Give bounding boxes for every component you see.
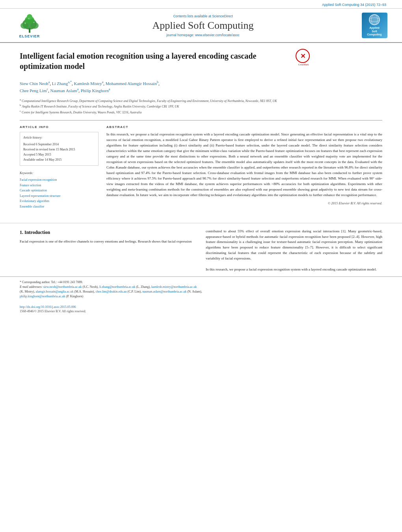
email-link-5[interactable]: chee.lim@deakin.edu.au [95,290,127,293]
elsevier-logo: ELSEVIER [12,13,47,38]
svg-point-5 [27,14,32,20]
article-title: Intelligent facial emotion recognition u… [20,51,296,71]
contents-label: Contents lists available at [173,14,211,18]
keyword-6: Ensemble classifier [20,204,99,209]
homepage-link[interactable]: www.elsevier.com/locate/asoc [195,33,240,37]
keyword-2: Feature selection [20,183,99,188]
keyword-5: Evolutionary algorithm [20,198,99,204]
contents-available-line: Contents lists available at ScienceDirec… [47,14,359,18]
intro-section-heading: Introduction [24,230,50,235]
copyright-line: © 2015 Elsevier B.V. All rights reserved… [106,201,382,205]
top-bar: Applied Soft Computing 34 (2015) 72–93 [0,0,402,9]
email-footnote: E-mail addresses: siew.neoh@northumbria.… [20,285,382,299]
asc-logo-box: AppliedSoftComputing [359,13,390,38]
intro-section-title: 1. Introduction [20,229,196,236]
page: Applied Soft Computing 34 (2015) 72–93 E… [0,0,402,532]
info-abstract-section: ARTICLE INFO Article history: Received 6… [20,120,382,209]
svg-point-11 [369,18,380,22]
available-date: Available online 14 May 2015 [23,158,95,163]
revised-date: Received in revised form 15 March 2015 [23,147,95,152]
svg-point-10 [371,15,378,25]
section-divider [0,223,402,223]
keyword-1: Facial expression recognition [20,177,99,183]
author-6: Nauman Aslam [50,88,77,93]
journal-header: ELSEVIER Contents lists available at Sci… [0,9,402,43]
author-4-sup: b [157,80,158,84]
svg-point-6 [24,22,26,24]
intro-right-text: contributed to about 55% effect of overa… [206,229,382,262]
article-body: Intelligent facial emotion recognition u… [0,43,402,217]
intro-right-col: contributed to about 55% effect of overa… [206,229,382,273]
authors-line: Siew Chin Neoha, Li Zhanga,*, Kamlesh Mi… [20,80,382,95]
author-3: Kamlesh Mistry [74,81,102,86]
abstract-col: ABSTRACT In this research, we propose a … [106,125,382,209]
journal-center-info: Contents lists available at ScienceDirec… [47,14,359,37]
article-info-header: ARTICLE INFO [20,125,99,129]
intro-left-col: 1. Introduction Facial expression is one… [20,229,196,273]
doi-line: http://dx.doi.org/10.1016/j.asoc.2015.05… [0,303,402,310]
crossmark-badge: ✕ CrossMark [296,49,311,66]
svg-point-7 [34,22,35,23]
email-link-2[interactable]: li.zhang@northumbria.ac.uk [99,285,136,289]
abstract-header: ABSTRACT [106,125,382,129]
email-label: E-mail addresses: [20,285,43,289]
doi-link[interactable]: http://dx.doi.org/10.1016/j.asoc.2015.05… [20,305,76,309]
article-info-col: ARTICLE INFO Article history: Received 6… [20,125,99,209]
email-link-6[interactable]: nauman.aslam@northumbria.ac.uk [142,290,186,293]
author-4: Mohammed Alamgir Hossain [106,81,157,86]
crossmark-label: CrossMark [296,63,311,66]
article-history-label: Article history: [23,135,95,141]
svg-point-8 [28,18,30,19]
corresponding-author-note: * Corresponding author. Tel.: +44 0191 2… [20,280,382,285]
journal-reference-link[interactable]: Applied Soft Computing 34 (2015) 72–93 [322,3,386,7]
email-link-3[interactable]: kamlesh.mistry@northumbria.ac.uk [151,285,197,289]
affiliation-a: a Computational Intelligence Research Gr… [20,98,382,104]
author-5-sup: c [47,87,48,91]
sciencedirect-link[interactable]: ScienceDirect [212,14,233,18]
footnote-area: * Corresponding author. Tel.: +44 0191 2… [0,276,402,303]
affiliation-b: b Anglia Ruskin IT Research Institute, F… [20,103,382,109]
author-2-sup: a,* [68,80,72,84]
svg-point-9 [369,15,380,25]
keyword-3: Cascade optimization [20,188,99,193]
intro-right-text-2: In this research, we propose a facial ex… [206,267,382,272]
asc-logo-image: AppliedSoftComputing [362,13,387,38]
author-1-sup: a [48,80,50,84]
keywords-box: Keywords: Facial expression recognition … [20,171,99,209]
affiliation-c: c Centre for Intelligent Systems Researc… [20,109,382,115]
accepted-date: Accepted 5 May 2015 [23,152,95,158]
intro-left-text: Facial expression is one of the effectiv… [20,239,196,245]
crossmark-icon: ✕ [296,49,310,63]
asc-logo-text: AppliedSoftComputing [367,26,382,36]
homepage-line: journal homepage: www.elsevier.com/locat… [47,33,359,37]
email-link-1[interactable]: siew.neoh@northumbria.ac.uk [43,285,82,289]
author-2: Li Zhang [52,81,68,86]
author-6-sup: a [77,87,79,91]
email-link-7[interactable]: philip.kinghorn@northumbria.ac.uk [20,295,65,298]
received-date: Received 6 September 2014 [23,142,95,147]
title-row: Intelligent facial emotion recognition u… [20,51,382,76]
homepage-label: journal homepage: [166,33,194,37]
author-7-sup: a [109,87,110,91]
elsevier-tree-icon [16,13,43,33]
author-5: Chee Peng Lim [20,88,47,93]
author-7: Philip Kinghorn [81,88,109,93]
author-3-sup: a [102,80,104,84]
intro-section-number: 1. [20,230,23,235]
abstract-text: In this research, we propose a facial ex… [106,132,382,198]
email-link-4[interactable]: alamgir.hossain@anglia.ac.uk [35,290,73,293]
article-history-box: Article history: Received 6 September 20… [20,132,99,166]
keywords-label: Keywords: [20,171,99,176]
affiliations-block: a Computational Intelligence Research Gr… [20,98,382,115]
elsevier-brand-label: ELSEVIER [19,34,40,38]
journal-title: Applied Soft Computing [47,20,359,32]
keyword-4: Layered representation structure [20,193,99,199]
issn-line: 1568-4946/© 2015 Elsevier B.V. All right… [0,310,402,316]
asc-logo-circle [369,14,380,25]
author-1: Siew Chin Neoh [20,81,48,86]
introduction-section: 1. Introduction Facial expression is one… [0,229,402,273]
